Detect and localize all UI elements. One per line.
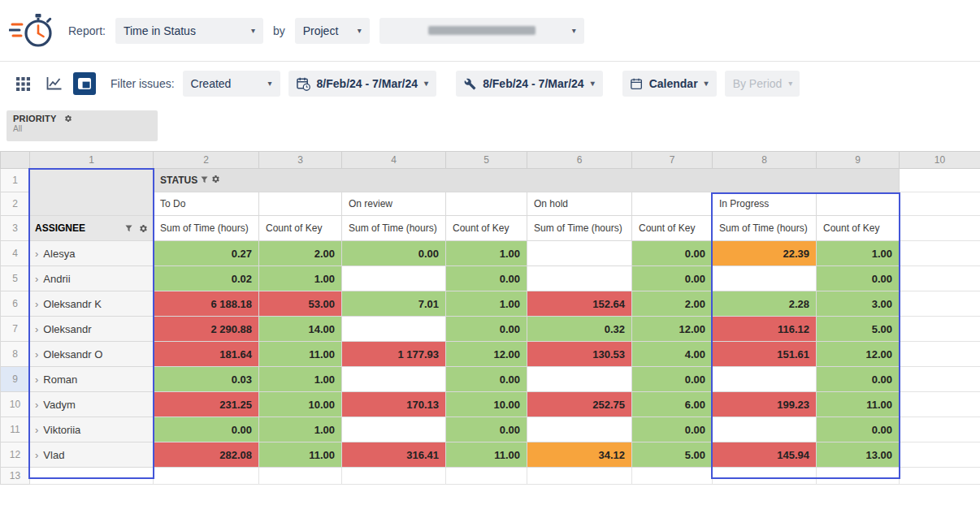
assignee-cell[interactable]: ›Vadym (30, 392, 154, 417)
value-cell[interactable]: 5.00 (632, 442, 713, 468)
date-range-select[interactable]: 8/Feb/24 - 7/Mar/24 ▾ (288, 71, 437, 97)
row-header[interactable]: 13 (1, 468, 30, 485)
gear-icon[interactable] (64, 114, 72, 123)
assignee-cell[interactable]: ›Oleksandr O (30, 342, 154, 367)
value-cell[interactable]: 11.00 (446, 442, 527, 468)
value-cell[interactable] (713, 367, 817, 392)
row-header[interactable]: 1 (1, 169, 30, 192)
status-header[interactable]: STATUS (154, 169, 900, 192)
value-cell[interactable]: 316.41 (342, 442, 446, 468)
measure-header-cell[interactable]: Count of Key (632, 216, 713, 241)
column-header[interactable]: 3 (259, 152, 342, 169)
measure-header-cell[interactable]: Count of Key (446, 216, 527, 241)
row-header[interactable]: 3 (1, 216, 30, 241)
value-cell[interactable]: 0.00 (446, 266, 527, 291)
column-header[interactable]: 8 (713, 152, 817, 169)
value-cell[interactable]: 53.00 (259, 291, 342, 317)
value-cell[interactable]: 10.00 (446, 392, 527, 417)
column-header[interactable]: 2 (154, 152, 259, 169)
value-cell[interactable]: 1.00 (446, 291, 527, 317)
value-cell[interactable]: 0.02 (154, 266, 259, 291)
value-cell[interactable]: 0.00 (342, 241, 446, 266)
value-cell[interactable] (527, 266, 632, 291)
value-cell[interactable]: 2.00 (632, 291, 713, 317)
value-cell[interactable]: 0.00 (154, 417, 259, 442)
value-cell[interactable]: 145.94 (713, 442, 817, 468)
value-cell[interactable]: 2.28 (713, 291, 817, 317)
value-cell[interactable]: 0.00 (817, 417, 900, 442)
value-cell[interactable]: 0.00 (632, 266, 713, 291)
row-header[interactable]: 6 (1, 291, 30, 317)
value-cell[interactable]: 2 290.88 (154, 317, 259, 342)
value-cell[interactable]: 13.00 (817, 442, 900, 468)
calendar-select[interactable]: Calendar ▾ (622, 71, 717, 97)
grid-view-button[interactable] (11, 72, 34, 95)
value-cell[interactable] (342, 367, 446, 392)
row-header[interactable]: 8 (1, 342, 30, 367)
value-cell[interactable]: 0.00 (446, 317, 527, 342)
gear-icon[interactable] (211, 175, 220, 183)
value-cell[interactable]: 130.53 (527, 342, 632, 367)
row-header[interactable]: 12 (1, 442, 30, 468)
value-cell[interactable]: 22.39 (713, 241, 817, 266)
value-cell[interactable]: 152.64 (527, 291, 632, 317)
assignee-cell[interactable]: ›Oleksandr (30, 317, 154, 342)
value-cell[interactable]: 199.23 (713, 392, 817, 417)
row-header[interactable]: 4 (1, 241, 30, 266)
measure-header-cell[interactable]: Sum of Time (hours) (713, 216, 817, 241)
assignee-cell[interactable]: ›Viktoriia (30, 417, 154, 442)
chart-view-button[interactable] (42, 72, 65, 95)
value-cell[interactable]: 12.00 (817, 342, 900, 367)
value-cell[interactable]: 0.27 (154, 241, 259, 266)
value-cell[interactable]: 14.00 (259, 317, 342, 342)
value-cell[interactable]: 282.08 (154, 442, 259, 468)
filter-type-select[interactable]: Created ▾ (183, 71, 280, 97)
work-schedule-range-select[interactable]: 8/Feb/24 - 7/Mar/24 ▾ (456, 71, 603, 97)
value-cell[interactable]: 0.32 (527, 317, 632, 342)
value-cell[interactable]: 6.00 (632, 392, 713, 417)
value-cell[interactable]: 0.00 (446, 417, 527, 442)
status-name-cell[interactable]: On review (342, 192, 446, 216)
value-cell[interactable]: 10.00 (259, 392, 342, 417)
assignee-cell[interactable]: ›Roman (30, 367, 154, 392)
status-name-cell[interactable]: On hold (527, 192, 632, 216)
column-header[interactable]: 4 (342, 152, 446, 169)
value-cell[interactable]: 0.00 (446, 367, 527, 392)
status-name-cell[interactable]: In Progress (713, 192, 817, 216)
assignee-cell[interactable]: ›Alesya (30, 241, 154, 266)
value-cell[interactable]: 252.75 (527, 392, 632, 417)
value-cell[interactable]: 1.00 (259, 417, 342, 442)
value-cell[interactable]: 34.12 (527, 442, 632, 468)
value-cell[interactable]: 5.00 (817, 317, 900, 342)
assignee-cell[interactable]: ›Andrii (30, 266, 154, 291)
value-cell[interactable] (527, 417, 632, 442)
filter-icon[interactable] (125, 225, 132, 232)
value-cell[interactable]: 11.00 (259, 442, 342, 468)
assignee-header[interactable]: ASSIGNEE (30, 216, 154, 241)
value-cell[interactable]: 4.00 (632, 342, 713, 367)
value-cell[interactable]: 1.00 (817, 241, 900, 266)
column-header[interactable]: 7 (632, 152, 713, 169)
measure-header-cell[interactable]: Count of Key (259, 216, 342, 241)
measure-header-cell[interactable]: Sum of Time (hours) (527, 216, 632, 241)
filter-icon[interactable] (201, 176, 208, 183)
project-select[interactable]: ▾ (379, 18, 584, 44)
value-cell[interactable]: 0.00 (632, 241, 713, 266)
measure-header-cell[interactable]: Count of Key (817, 216, 900, 241)
value-cell[interactable]: 0.03 (154, 367, 259, 392)
priority-filter[interactable]: PRIORITY All (7, 110, 158, 141)
value-cell[interactable]: 2.00 (259, 241, 342, 266)
assignee-cell[interactable]: ›Vlad (30, 442, 154, 468)
value-cell[interactable]: 1.00 (259, 266, 342, 291)
value-cell[interactable]: 231.25 (154, 392, 259, 417)
gear-icon[interactable] (139, 224, 148, 233)
value-cell[interactable] (527, 241, 632, 266)
row-header[interactable]: 11 (1, 417, 30, 442)
value-cell[interactable]: 170.13 (342, 392, 446, 417)
column-header[interactable]: 10 (900, 152, 980, 169)
value-cell[interactable]: 7.01 (342, 291, 446, 317)
value-cell[interactable]: 151.61 (713, 342, 817, 367)
value-cell[interactable] (713, 417, 817, 442)
value-cell[interactable]: 11.00 (817, 392, 900, 417)
value-cell[interactable]: 0.00 (632, 417, 713, 442)
